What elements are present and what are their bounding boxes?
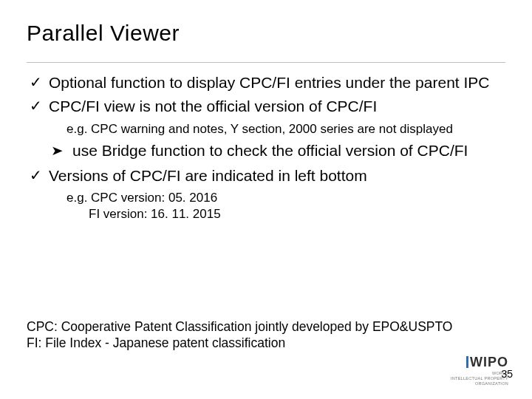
slide: Parallel Viewer Optional function to dis… — [0, 0, 532, 399]
footnote-line: FI: File Index - Japanese patent classif… — [27, 335, 452, 352]
logo-bar-icon — [466, 356, 468, 368]
wipo-logo: WIPO WORLD INTELLECTUAL PROPERTY ORGANIZ… — [451, 355, 508, 386]
example-label: e.g. — [66, 191, 91, 205]
example-label: e.g. — [66, 122, 91, 136]
bullet-text: Optional function to display CPC/FI entr… — [49, 74, 489, 91]
logo-subtext: INTELLECTUAL PROPERTY — [451, 376, 508, 381]
arrow-list: use Bridge function to check the officia… — [27, 141, 505, 160]
footnote-line: CPC: Cooperative Patent Classification j… — [27, 318, 452, 335]
example-versions: e.g. CPC version: 05. 2016 FI version: 1… — [66, 190, 505, 222]
page-number: 35 — [501, 368, 513, 380]
example-line: FI version: 16. 11. 2015 — [66, 206, 505, 222]
logo-subtext: ORGANIZATION — [451, 381, 508, 386]
logo-main-row: WIPO — [451, 355, 508, 370]
logo-subtext: WORLD — [451, 371, 508, 375]
bullet-list: Versions of CPC/FI are indicated in left… — [27, 166, 505, 185]
example-body: CPC warning and notes, Y section, 2000 s… — [91, 122, 453, 136]
example-text: CPC version: 05. 2016 — [91, 191, 217, 205]
slide-title: Parallel Viewer — [27, 21, 505, 46]
logo-text: WIPO — [470, 355, 508, 369]
arrow-item: use Bridge function to check the officia… — [27, 141, 505, 160]
bullet-item: Versions of CPC/FI are indicated in left… — [27, 166, 505, 185]
example-text: FI version: 16. 11. 2015 — [89, 207, 221, 221]
footnote: CPC: Cooperative Patent Classification j… — [27, 318, 452, 352]
bullet-item: Optional function to display CPC/FI entr… — [27, 73, 505, 92]
example-note: e.g. CPC warning and notes, Y section, 2… — [49, 121, 505, 137]
title-divider — [27, 62, 505, 63]
bullet-item: CPC/FI view is not the official version … — [27, 97, 505, 116]
example-line: e.g. CPC version: 05. 2016 — [66, 190, 505, 206]
bullet-text: Versions of CPC/FI are indicated in left… — [49, 167, 367, 184]
arrow-text: use Bridge function to check the officia… — [72, 142, 468, 159]
bullet-text: CPC/FI view is not the official version … — [49, 98, 377, 115]
bullet-list: Optional function to display CPC/FI entr… — [27, 73, 505, 117]
